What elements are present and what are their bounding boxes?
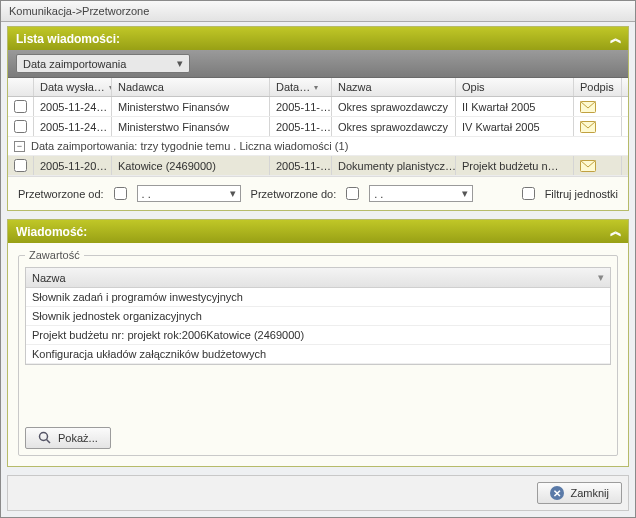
filter-units-checkbox[interactable] <box>522 187 535 200</box>
filter-to-date[interactable]: . . ▾ <box>369 185 473 202</box>
chevron-down-icon: ▾ <box>177 57 183 70</box>
group-header-row[interactable]: − Data zaimportowania: trzy tygodnie tem… <box>8 137 628 156</box>
filter-from-date[interactable]: . . ▾ <box>137 185 241 202</box>
list-item[interactable]: Słownik jednostek organizacyjnych <box>26 307 610 326</box>
content-legend: Zawartość <box>25 249 84 261</box>
app-window: Komunikacja->Przetworzone Lista wiadomoś… <box>0 0 636 518</box>
filter-to-label: Przetworzone do: <box>251 188 337 200</box>
message-panel-title: Wiadomość: <box>16 225 87 239</box>
message-panel: Wiadomość: ︽ Zawartość Nazwa ▾ Słownik z… <box>7 219 629 467</box>
title-bar: Komunikacja->Przetworzone <box>1 1 635 22</box>
chevron-down-icon: ▾ <box>462 187 468 200</box>
col-name[interactable]: Nazwa <box>332 78 456 96</box>
filter-from-checkbox[interactable] <box>114 187 127 200</box>
close-icon: ✕ <box>550 486 564 500</box>
group-by-bar: Data zaimportowania ▾ <box>8 50 628 78</box>
content-list-header[interactable]: Nazwa ▾ <box>26 268 610 288</box>
list-item[interactable]: Konfiguracja układów załączników budżeto… <box>26 345 610 364</box>
col-sig[interactable]: Podpis <box>574 78 622 96</box>
list-item[interactable]: Projekt budżetu nr: projekt rok:2006Kato… <box>26 326 610 345</box>
filter-units-label: Filtruj jednostki <box>545 188 618 200</box>
table-row[interactable]: 2005-11-20… Katowice (2469000) 2005-11-…… <box>8 156 628 176</box>
message-panel-header: Wiadomość: ︽ <box>8 220 628 243</box>
svg-point-3 <box>40 433 48 441</box>
message-panel-body: Zawartość Nazwa ▾ Słownik zadań i progra… <box>8 243 628 466</box>
close-button[interactable]: ✕ Zamknij <box>537 482 622 504</box>
col-date2[interactable]: Data…▾ <box>270 78 332 96</box>
row-checkbox[interactable] <box>14 120 27 133</box>
content-fieldset: Zawartość Nazwa ▾ Słownik zadań i progra… <box>18 249 618 456</box>
group-by-combo[interactable]: Data zaimportowania ▾ <box>16 54 190 73</box>
mail-icon <box>580 121 596 133</box>
table-row[interactable]: 2005-11-24… Ministerstwo Finansów 2005-1… <box>8 117 628 137</box>
mail-icon <box>580 160 596 172</box>
table-row[interactable]: 2005-11-24… Ministerstwo Finansów 2005-1… <box>8 97 628 117</box>
group-by-value: Data zaimportowania <box>23 58 126 70</box>
list-item[interactable]: Słownik zadań i programów inwestycyjnych <box>26 288 610 307</box>
messages-panel-title: Lista wiadomości: <box>16 32 120 46</box>
mail-icon <box>580 101 596 113</box>
grid-header: Data wysła…▾ Nadawca Data…▾ Nazwa Opis P… <box>8 78 628 97</box>
col-date-sent[interactable]: Data wysła…▾ <box>34 78 112 96</box>
magnifier-icon <box>38 431 52 445</box>
filter-bar: Przetworzone od: . . ▾ Przetworzone do: … <box>8 176 628 210</box>
sort-icon: ▾ <box>314 83 318 92</box>
filter-to-checkbox[interactable] <box>346 187 359 200</box>
messages-grid: Data wysła…▾ Nadawca Data…▾ Nazwa Opis P… <box>8 78 628 176</box>
content-list: Nazwa ▾ Słownik zadań i programów inwest… <box>25 267 611 365</box>
collapse-icon[interactable]: ︽ <box>610 30 620 47</box>
chevron-down-icon: ▾ <box>598 271 604 284</box>
window-title: Komunikacja->Przetworzone <box>9 5 149 17</box>
collapse-icon[interactable]: ︽ <box>610 223 620 240</box>
messages-panel: Lista wiadomości: ︽ Data zaimportowania … <box>7 26 629 211</box>
chevron-down-icon: ▾ <box>230 187 236 200</box>
messages-panel-header: Lista wiadomości: ︽ <box>8 27 628 50</box>
footer-bar: ✕ Zamknij <box>7 475 629 511</box>
svg-line-4 <box>47 440 51 444</box>
col-desc[interactable]: Opis <box>456 78 574 96</box>
show-button[interactable]: Pokaż... <box>25 427 111 449</box>
col-sender[interactable]: Nadawca <box>112 78 270 96</box>
filter-from-label: Przetworzone od: <box>18 188 104 200</box>
col-checkbox[interactable] <box>8 78 34 96</box>
group-header-text: Data zaimportowania: trzy tygodnie temu … <box>31 140 348 152</box>
row-checkbox[interactable] <box>14 159 27 172</box>
collapse-group-icon[interactable]: − <box>14 141 25 152</box>
row-checkbox[interactable] <box>14 100 27 113</box>
